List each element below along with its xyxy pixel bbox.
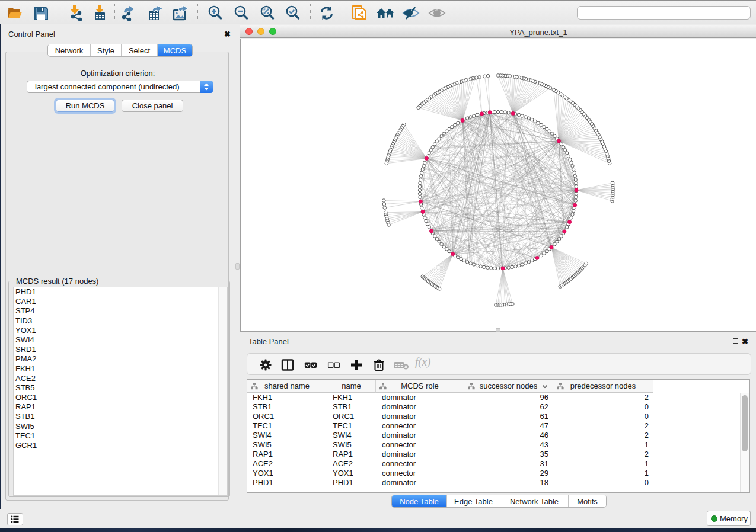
mcds-list-scrollbar[interactable] [218, 287, 227, 495]
run-mcds-button[interactable]: Run MCDS [56, 100, 114, 112]
import-network-icon[interactable] [67, 5, 84, 21]
control-tab-style[interactable]: Style [91, 44, 122, 56]
column-header-successor-nodes[interactable]: successor nodes [464, 380, 553, 393]
table-row[interactable]: ACE2ACE2connector311 [247, 459, 741, 469]
deselect-checkboxes-icon[interactable] [327, 358, 340, 371]
close-panel-icon[interactable]: ✖ [224, 31, 231, 37]
float-panel-icon[interactable] [213, 31, 218, 36]
mcds-result-item[interactable]: CAR1 [14, 297, 227, 306]
home-pages-icon[interactable] [376, 5, 395, 21]
float-panel-icon[interactable] [733, 338, 738, 344]
save-icon[interactable] [33, 5, 49, 21]
refresh-icon[interactable] [318, 5, 335, 21]
table-row[interactable]: RAP1RAP1dominator352 [247, 450, 741, 459]
search-input[interactable] [577, 6, 751, 20]
close-panel-icon[interactable]: ✖ [742, 338, 748, 345]
table-row[interactable]: PHD1PHD1dominator180 [247, 478, 741, 488]
table-cell: 0 [553, 402, 653, 412]
export-network-icon[interactable] [122, 5, 138, 21]
import-table-icon[interactable] [91, 5, 108, 21]
column-header-shared-name[interactable]: shared name [247, 380, 327, 393]
table-cell: dominator [376, 402, 464, 412]
window-minimize-light[interactable] [257, 28, 264, 35]
column-header-predecessor-nodes[interactable]: predecessor nodes [553, 380, 653, 393]
mcds-result-item[interactable]: STB1 [14, 412, 227, 421]
table-row[interactable]: YOX1YOX1connector291 [247, 469, 741, 478]
mcds-result-item[interactable]: YOX1 [14, 326, 227, 335]
criterion-dropdown[interactable]: largest connected component (undirected) [27, 81, 213, 93]
task-history-button[interactable] [7, 513, 23, 525]
split-view-icon[interactable] [281, 358, 294, 371]
export-table-icon[interactable] [147, 5, 164, 21]
table-row[interactable]: SWI5SWI5connector431 [247, 440, 741, 450]
horizontal-splitter-grip[interactable] [496, 328, 500, 332]
table-cell: connector [376, 459, 464, 469]
table-cell: ACE2 [327, 459, 376, 469]
table-scrollbar-thumb[interactable] [742, 395, 748, 451]
control-tab-select[interactable]: Select [122, 44, 158, 56]
select-all-checkboxes-icon[interactable] [304, 358, 317, 371]
show-eye-icon[interactable] [428, 5, 446, 21]
table-tab-motifs[interactable]: Motifs [569, 495, 606, 507]
table-cell: 0 [553, 478, 653, 488]
mcds-result-item[interactable]: PHD1 [14, 287, 227, 297]
memory-button[interactable]: Memory [707, 511, 751, 526]
zoom-selected-icon[interactable] [285, 5, 301, 21]
window-zoom-light[interactable] [269, 28, 276, 35]
mcds-result-item[interactable]: RAP1 [14, 402, 227, 412]
delete-column-icon[interactable] [372, 358, 385, 371]
status-bar [0, 509, 756, 528]
mcds-result-item[interactable]: TID3 [14, 316, 227, 326]
zoom-in-icon[interactable] [207, 5, 224, 21]
close-panel-button[interactable]: Close panel [122, 100, 183, 112]
mcds-result-item[interactable]: TEC1 [14, 431, 227, 441]
node-table: shared namenameMCDS rolesuccessor nodesp… [247, 379, 750, 493]
table-row[interactable]: STB1STB1dominator620 [247, 402, 741, 412]
table-row[interactable]: FKH1FKH1dominator962 [247, 393, 741, 402]
network-view-canvas[interactable] [240, 39, 756, 331]
mcds-result-item[interactable]: PMA2 [14, 354, 227, 364]
table-row[interactable]: ORC1ORC1dominator610 [247, 412, 741, 421]
control-tab-mcds[interactable]: MCDS [158, 44, 192, 56]
export-image-icon[interactable] [173, 5, 189, 21]
mcds-result-item[interactable]: GCR1 [14, 441, 227, 450]
mcds-result-item[interactable]: STB5 [14, 383, 227, 393]
mcds-result-item[interactable]: STP4 [14, 306, 227, 316]
table-rows: FKH1FKH1dominator962STB1STB1dominator620… [247, 393, 741, 488]
vertical-splitter-grip[interactable] [235, 263, 240, 270]
mcds-result-item[interactable]: ACE2 [14, 374, 227, 383]
hide-eye-icon[interactable] [402, 5, 420, 21]
mcds-result-item[interactable]: ORC1 [14, 393, 227, 402]
open-folder-icon[interactable] [7, 5, 24, 21]
table-row[interactable]: TEC1TEC1connector472 [247, 421, 741, 431]
table-cell: 2 [553, 431, 653, 440]
add-column-icon[interactable] [350, 358, 363, 371]
mcds-result-item[interactable]: SRD1 [14, 345, 227, 354]
table-scrollbar[interactable] [740, 393, 749, 492]
table-settings-icon[interactable] [259, 358, 272, 371]
zoom-fit-icon[interactable] [259, 5, 276, 21]
table-tab-node-table[interactable]: Node Table [392, 495, 447, 507]
table-cell: STB1 [327, 402, 376, 412]
zoom-out-icon[interactable] [233, 5, 250, 21]
network-graph [241, 39, 756, 331]
table-cell: STB1 [247, 402, 327, 412]
table-tab-edge-table[interactable]: Edge Table [447, 495, 500, 507]
mcds-result-list[interactable]: PHD1CAR1STP4TID3YOX1SWI4SRD1PMA2FKH1ACE2… [13, 287, 228, 496]
mcds-result-item[interactable]: SWI5 [14, 422, 227, 431]
table-cell: SWI4 [247, 431, 327, 440]
mcds-result-item[interactable]: FKH1 [14, 364, 227, 374]
table-cell: 29 [464, 469, 553, 478]
table-cell: TEC1 [247, 421, 327, 431]
table-cell: 2 [553, 421, 653, 431]
table-cell: YOX1 [327, 469, 376, 478]
table-tab-network-table[interactable]: Network Table [500, 495, 569, 507]
window-close-light[interactable] [245, 28, 253, 35]
mcds-result-item[interactable]: SWI4 [14, 335, 227, 345]
network-snapshot-icon[interactable] [351, 5, 368, 21]
table-row[interactable]: SWI4SWI4dominator462 [247, 431, 741, 440]
column-header-name[interactable]: name [327, 380, 376, 393]
table-cell: dominator [376, 478, 464, 488]
control-tab-network[interactable]: Network [48, 44, 91, 56]
column-header-MCDS-role[interactable]: MCDS role [376, 380, 464, 393]
